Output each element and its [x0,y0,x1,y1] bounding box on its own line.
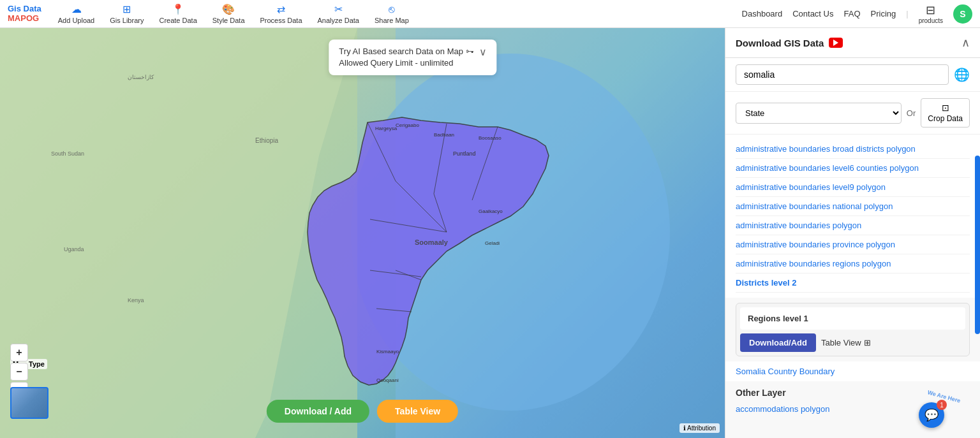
map-bottom-buttons: Download / Add Table View [267,400,458,423]
data-list-item[interactable]: administrative boundaries broad district… [736,140,970,159]
process-icon: ⇄ [277,3,285,15]
ai-banner-close[interactable]: ∨ [479,46,487,58]
nav-item-process-data[interactable]: ⇄ Process Data [254,1,309,27]
data-list-item[interactable]: administrative boundaries polygon [736,216,970,235]
chat-bubble[interactable]: 💬 1 [919,402,944,428]
svg-text:Uganda: Uganda [64,246,84,252]
state-select[interactable]: State [736,103,902,124]
crop-icon: ⊡ [942,103,949,113]
svg-text:Hargeysa: Hargeysa [375,126,397,131]
chat-icon: 💬 [924,408,939,422]
nav-item-label: Share Map [375,17,409,24]
svg-text:South Sudan: South Sudan [51,150,84,157]
chat-badge: 1 [937,400,947,410]
nav-pricing-link[interactable]: Pricing [871,9,896,18]
filter-row: State Or ⊡ Crop Data [725,92,980,135]
or-label: Or [907,108,916,118]
data-list-item[interactable]: administrative boundaries province polyg… [736,235,970,254]
country-boundary-link[interactable]: Somalia Country Boundary [725,361,980,381]
svg-text:Badhaan: Badhaan [434,132,454,138]
nav-item-gis-library[interactable]: ⊞ Gis Library [103,1,150,27]
map-table-view-button[interactable]: Table View [377,400,458,423]
data-list: administrative boundaries broad district… [725,135,980,298]
data-list-item[interactable]: administrative boundaries regions polygo… [736,254,970,274]
nav-item-share-map[interactable]: ⎋ Share Map [368,1,415,27]
panel-collapse-button[interactable]: ∧ [961,36,970,50]
upload-icon: ☁ [71,3,82,15]
nav-item-label: Create Data [159,17,197,24]
globe-icon[interactable]: 🌐 [954,67,970,82]
svg-text:Ethiopia: Ethiopia [255,137,279,144]
data-list-item[interactable]: administrative boundaries national polyg… [736,197,970,216]
svg-text:Qooqaani: Qooqaani [376,377,399,383]
nav-item-analyze-data[interactable]: ✂ Analyze Data [311,1,366,27]
data-list-item[interactable]: administrative boundaries level9 polygon [736,178,970,197]
districts-card-title: Regions level 1 [748,314,808,323]
create-icon: 📍 [172,3,184,15]
table-view-button[interactable]: Table View ⊞ [821,338,871,347]
map-thumbnail[interactable] [10,387,48,419]
nav-avatar[interactable]: S [953,4,972,24]
nav-item-style-data[interactable]: 🎨 Style Data [206,1,251,27]
ai-banner: Try AI Based search Data on Map 🗝 Allowe… [329,40,496,75]
nav-item-create-data[interactable]: 📍 Create Data [152,1,203,27]
nav-logo-text: Gis Data MAPOG [8,4,41,23]
map-area[interactable]: كازاخستان South Sudan Uganda Kenya Ethio… [0,28,725,438]
districts-card-actions: Download/Add Table View ⊞ [740,333,965,352]
map-download-add-button[interactable]: Download / Add [267,400,369,423]
nav-item-add-upload[interactable]: ☁ Add Upload [52,1,101,27]
products-icon: ⊟ [926,3,935,17]
somalia-map: كازاخستان South Sudan Uganda Kenya Ethio… [0,28,725,438]
nav-item-label: Process Data [260,17,302,24]
svg-text:Gaalkacyo: Gaalkacyo [479,208,503,214]
nav-right: Dashboard Contact Us FAQ Pricing | ⊟ pro… [742,3,972,24]
panel-header: Download GIS Data ∧ [725,28,980,58]
data-list-item[interactable]: administrative boundaries level6 countie… [736,159,970,178]
zoom-out-button[interactable]: − [10,363,28,381]
nav-faq-link[interactable]: FAQ [843,9,860,18]
nav-divider: | [906,9,908,18]
nav-item-label: Style Data [212,17,245,24]
products-label: products [919,17,943,24]
attribution[interactable]: ℹ Attribution [679,423,720,433]
library-icon: ⊞ [122,3,131,15]
youtube-icon[interactable] [829,38,843,48]
panel-title: Download GIS Data [736,38,843,48]
svg-text:Kenya: Kenya [128,297,144,303]
nav-contact-link[interactable]: Contact Us [792,9,833,18]
search-bar: 🌐 [725,58,980,92]
zoom-in-button[interactable]: + [10,344,28,361]
share-icon: ⎋ [389,4,395,15]
nav-logo[interactable]: Gis Data MAPOG [8,4,41,23]
search-input[interactable] [736,64,949,85]
svg-text:Puntland: Puntland [453,150,476,157]
svg-text:كازاخستان: كازاخستان [128,74,154,81]
svg-text:Geladi: Geladi [485,240,500,246]
svg-text:Boosaaso: Boosaaso [479,135,501,141]
main-content: كازاخستان South Sudan Uganda Kenya Ethio… [0,28,980,438]
table-icon: ⊞ [864,338,871,347]
svg-text:Kismaayo: Kismaayo [376,349,399,354]
panel-scrollbar[interactable] [975,156,980,334]
svg-text:Soomaaly: Soomaaly [415,238,449,246]
nav-items: ☁ Add Upload ⊞ Gis Library 📍 Create Data… [52,1,742,27]
svg-text:Cerigaabo: Cerigaabo [396,122,419,128]
download-add-button[interactable]: Download/Add [740,333,816,352]
districts-level-2-link[interactable]: Districts level 2 [736,274,970,293]
nav-item-label: Add Upload [58,17,95,24]
districts-card-inner: Regions level 1 [740,307,965,330]
ai-banner-text: Try AI Based search Data on Map 🗝 Allowe… [339,46,473,69]
top-nav: Gis Data MAPOG ☁ Add Upload ⊞ Gis Librar… [0,0,980,28]
nav-item-label: Analyze Data [318,17,359,24]
analyze-icon: ✂ [334,3,343,15]
right-panel: Download GIS Data ∧ 🌐 State Or ⊡ Crop Da… [725,28,980,438]
districts-card: Regions level 1 Download/Add Table View … [736,303,970,356]
nav-dashboard-link[interactable]: Dashboard [742,9,783,18]
crop-data-button[interactable]: ⊡ Crop Data [921,98,970,128]
style-icon: 🎨 [222,3,235,15]
nav-item-label: Gis Library [110,17,144,24]
nav-products[interactable]: ⊟ products [919,3,943,24]
